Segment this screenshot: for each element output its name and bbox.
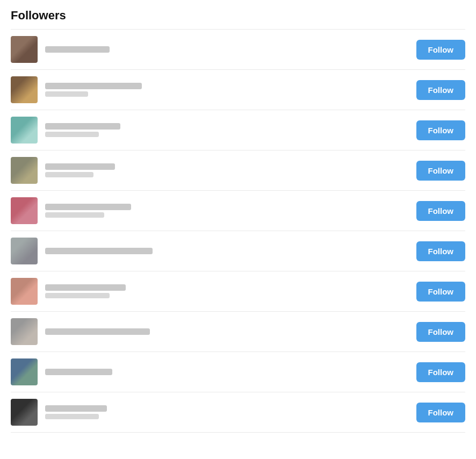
user-name-bar <box>45 83 142 89</box>
user-info <box>45 248 408 254</box>
user-info <box>45 405 408 419</box>
user-name-block <box>45 83 408 97</box>
follow-button[interactable]: Follow <box>416 40 466 60</box>
follow-button[interactable]: Follow <box>416 241 466 261</box>
follower-row: Follow <box>11 231 465 271</box>
follower-row: Follow <box>11 110 465 150</box>
user-name-bar <box>45 46 110 53</box>
user-sub-bar <box>45 293 110 298</box>
user-name-bar <box>45 123 120 130</box>
user-name-block <box>45 204 408 218</box>
avatar <box>11 197 38 224</box>
user-name-block <box>45 405 408 419</box>
user-name-block <box>45 248 408 254</box>
user-name-block <box>45 328 408 335</box>
follow-button[interactable]: Follow <box>416 322 466 342</box>
follower-row: Follow <box>11 312 465 352</box>
avatar <box>11 318 38 345</box>
user-info <box>45 328 408 335</box>
user-name-block <box>45 284 408 298</box>
avatar <box>11 117 38 144</box>
avatar <box>11 358 38 385</box>
follower-row: Follow <box>11 392 465 433</box>
follower-row: Follow <box>11 70 465 110</box>
user-info <box>45 123 408 137</box>
follow-button[interactable]: Follow <box>416 161 466 181</box>
user-name-block <box>45 163 408 177</box>
follower-row: Follow <box>11 191 465 231</box>
avatar <box>11 36 38 63</box>
follower-row: Follow <box>11 352 465 392</box>
user-name-bar <box>45 284 126 291</box>
avatar <box>11 278 38 305</box>
user-sub-bar <box>45 172 93 177</box>
user-name-bar <box>45 405 107 412</box>
page-title: Followers <box>11 9 465 23</box>
user-sub-bar <box>45 132 99 137</box>
follow-button[interactable]: Follow <box>416 282 466 302</box>
avatar <box>11 157 38 184</box>
user-info <box>45 369 408 375</box>
user-info <box>45 204 408 218</box>
user-info <box>45 83 408 97</box>
follower-row: Follow <box>11 150 465 191</box>
user-name-bar <box>45 369 112 375</box>
avatar <box>11 399 38 426</box>
follow-button[interactable]: Follow <box>416 120 466 140</box>
follow-button[interactable]: Follow <box>416 403 466 422</box>
user-name-bar <box>45 328 150 335</box>
follower-row: Follow <box>11 271 465 312</box>
user-name-block <box>45 369 408 375</box>
follow-button[interactable]: Follow <box>416 80 466 100</box>
follow-button[interactable]: Follow <box>416 201 466 221</box>
user-info <box>45 46 408 53</box>
followers-list: FollowFollowFollowFollowFollowFollowFoll… <box>11 29 465 433</box>
page-container: Followers FollowFollowFollowFollowFollow… <box>0 0 476 441</box>
user-name-bar <box>45 163 115 170</box>
avatar <box>11 238 38 264</box>
avatar <box>11 76 38 103</box>
follower-row: Follow <box>11 29 465 70</box>
user-name-bar <box>45 204 131 210</box>
follow-button[interactable]: Follow <box>416 362 466 382</box>
user-info <box>45 284 408 298</box>
user-sub-bar <box>45 212 104 218</box>
user-name-block <box>45 46 408 53</box>
user-name-block <box>45 123 408 137</box>
user-info <box>45 163 408 177</box>
user-sub-bar <box>45 91 88 97</box>
user-sub-bar <box>45 414 99 419</box>
user-name-bar <box>45 248 153 254</box>
